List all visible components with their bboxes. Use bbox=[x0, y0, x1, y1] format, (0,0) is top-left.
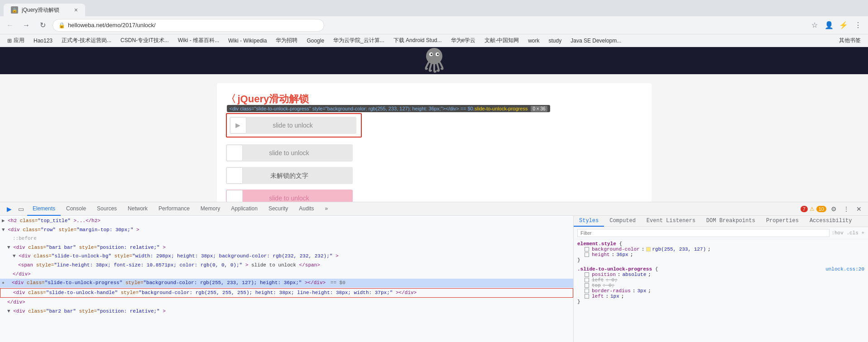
bookmark-13[interactable]: study bbox=[545, 37, 566, 45]
devtools-more-button[interactable]: ⋮ bbox=[841, 204, 852, 214]
slider-3-text: 未解锁的文字 bbox=[226, 167, 353, 184]
elem-line-h2[interactable]: ▶ <h2 class="top_title" >...</h2> bbox=[0, 217, 573, 226]
bookmark-4[interactable]: Wiki - 维基百科... bbox=[174, 36, 223, 45]
styles-tab-properties[interactable]: Properties bbox=[761, 216, 804, 227]
color-swatch[interactable] bbox=[646, 247, 651, 252]
bookmark-6[interactable]: 华为招聘 bbox=[272, 36, 301, 45]
bookmark-10[interactable]: 华为e学云 bbox=[447, 36, 480, 45]
prop-top-strikethrough: top : 0; bbox=[585, 283, 864, 288]
prop-checkbox[interactable] bbox=[585, 294, 589, 299]
elem-line-bar2[interactable]: ▼ <div class="bar2 bar" style="position:… bbox=[0, 307, 573, 316]
bookmark-star-icon[interactable]: ☆ bbox=[808, 19, 821, 32]
elem-line-close-bg[interactable]: </div> bbox=[0, 270, 573, 279]
styles-panel-tabs: Styles Computed Event Listeners DOM Brea… bbox=[574, 216, 868, 227]
browser-tab[interactable]: 🔒 jQuery滑动解锁 × bbox=[4, 4, 85, 16]
elem-line-close-bar1[interactable]: </div> bbox=[0, 298, 573, 307]
styles-tab-accessibility[interactable]: Accessibility bbox=[804, 216, 858, 227]
styles-tab-computed[interactable]: Computed bbox=[604, 216, 641, 227]
devtools-tab-sources[interactable]: Sources bbox=[91, 202, 122, 216]
address-bar[interactable]: 🔒 helloweba.net/demo/2017/unlock/ bbox=[53, 19, 324, 32]
bookmark-other[interactable]: 其他书签 bbox=[835, 36, 864, 45]
devtools-tab-elements[interactable]: Elements bbox=[27, 202, 61, 216]
devtools-tabs: Elements Console Sources Network Perform… bbox=[27, 202, 333, 216]
inspect-element-button[interactable]: ▶ bbox=[4, 204, 14, 214]
bookmark-8[interactable]: 华为云学院_云计算... bbox=[330, 36, 388, 45]
tab-favicon: 🔒 bbox=[11, 6, 18, 14]
expand-icon[interactable]: ▼ bbox=[2, 227, 5, 233]
expand-icon[interactable]: ▼ bbox=[7, 245, 10, 250]
elements-content[interactable]: ▶ <h2 class="top_title" >...</h2> ▼ <div… bbox=[0, 216, 573, 342]
prop-checkbox[interactable] bbox=[585, 278, 589, 282]
bookmark-5[interactable]: Wiki - Wikipedia bbox=[225, 37, 270, 45]
bookmark-9[interactable]: 下载 Android Stud... bbox=[390, 36, 446, 45]
reload-button[interactable]: ↻ bbox=[36, 19, 49, 32]
site-header bbox=[0, 47, 868, 74]
bookmark-12[interactable]: work bbox=[524, 37, 543, 45]
devtools-close-button[interactable]: ✕ bbox=[854, 204, 864, 214]
styles-tab-dom-breakpoints[interactable]: DOM Breakpoints bbox=[701, 216, 761, 227]
devtools-settings-button[interactable]: ⚙ bbox=[828, 204, 839, 214]
page-title: 〈jQuery滑动解锁 bbox=[226, 92, 643, 106]
filter-hint: :hov .cls + bbox=[831, 230, 864, 236]
error-badge: 7 bbox=[801, 206, 808, 212]
svg-point-4 bbox=[437, 53, 439, 55]
prop-checkbox[interactable] bbox=[585, 289, 589, 293]
bookmark-hao123[interactable]: Hao123 bbox=[30, 37, 56, 45]
profile-icon[interactable]: 👤 bbox=[823, 19, 835, 32]
devtools-tab-more[interactable]: » bbox=[320, 202, 334, 216]
svg-point-3 bbox=[431, 53, 432, 55]
bookmark-3[interactable]: CSDN-专业IT技术... bbox=[117, 36, 173, 45]
lock-icon: 🔒 bbox=[58, 22, 65, 28]
devtools-tab-memory[interactable]: Memory bbox=[195, 202, 225, 216]
elements-panel: ▶ <h2 class="top_title" >...</h2> ▼ <div… bbox=[0, 216, 574, 342]
elem-line-div-row[interactable]: ▼ <div class="row" style="margin-top: 30… bbox=[0, 226, 573, 235]
prop-checkbox[interactable] bbox=[585, 247, 589, 252]
elem-line-bar1[interactable]: ▼ <div class="bar1 bar" style="position:… bbox=[0, 243, 573, 252]
expand-icon[interactable]: ▼ bbox=[7, 309, 10, 314]
slider-4-handle[interactable] bbox=[226, 190, 243, 202]
slider-2[interactable]: slide to unlock bbox=[226, 144, 353, 162]
filter-input[interactable] bbox=[577, 229, 830, 237]
expand-icon[interactable]: ▼ bbox=[13, 253, 16, 259]
devtools-tab-console[interactable]: Console bbox=[61, 202, 91, 216]
devtools-tab-audits[interactable]: Audits bbox=[293, 202, 319, 216]
device-toggle-button[interactable]: ▭ bbox=[15, 204, 26, 214]
expand-icon[interactable]: ▶ bbox=[2, 218, 5, 223]
extensions-icon[interactable]: ⚡ bbox=[837, 19, 850, 32]
devtools-tab-security[interactable]: Security bbox=[263, 202, 293, 216]
elem-line-span[interactable]: <span style="line-height: 38px; font-siz… bbox=[0, 261, 573, 270]
dot-marker: ● bbox=[2, 280, 5, 287]
more-icon[interactable]: ⋮ bbox=[852, 19, 864, 32]
slider-3[interactable]: 未解锁的文字 bbox=[226, 167, 353, 184]
devtools-tab-network[interactable]: Network bbox=[122, 202, 153, 216]
prop-checkbox[interactable] bbox=[585, 283, 589, 288]
styles-tab-event-listeners[interactable]: Event Listeners bbox=[641, 216, 701, 227]
style-prop-height: height : 36px ; bbox=[585, 252, 864, 257]
website: 〈jQuery滑动解锁 <div class="slide-to-unlock-… bbox=[0, 47, 868, 202]
slider-1[interactable]: ► slide to unlock bbox=[230, 117, 356, 134]
devtools-tab-application[interactable]: Application bbox=[225, 202, 263, 216]
bookmark-7[interactable]: Google bbox=[303, 37, 328, 45]
bookmark-apps[interactable]: ⊞ 应用 bbox=[4, 36, 28, 45]
forward-button[interactable]: → bbox=[20, 19, 33, 32]
bookmark-11[interactable]: 文献-中国知网 bbox=[481, 36, 523, 45]
elem-line-before[interactable]: ::before bbox=[0, 234, 573, 243]
bookmark-2[interactable]: 正式考-技术运营岗... bbox=[58, 36, 115, 45]
elem-line-progress[interactable]: ● <div class="slide-to-unlock-progress" … bbox=[0, 279, 573, 288]
prop-checkbox[interactable] bbox=[585, 252, 589, 257]
tab-close-button[interactable]: × bbox=[74, 6, 78, 14]
devtools-tab-performance[interactable]: Performance bbox=[153, 202, 195, 216]
bookmark-14[interactable]: Java SE Developm... bbox=[567, 37, 625, 45]
prop-left-strikethrough: left : 0; bbox=[585, 277, 864, 283]
back-button[interactable]: ← bbox=[4, 19, 16, 32]
slider-3-handle[interactable] bbox=[226, 167, 243, 184]
styles-tab-styles[interactable]: Styles bbox=[574, 216, 604, 227]
slider-4[interactable]: slide to unlock bbox=[226, 190, 353, 202]
elem-line-handle[interactable]: <div class="slide-to-unlock-handle" styl… bbox=[0, 288, 573, 298]
prop-checkbox[interactable] bbox=[585, 272, 589, 277]
style-source[interactable]: unlock.css:20 bbox=[825, 266, 864, 272]
slider-2-handle[interactable] bbox=[226, 145, 243, 161]
elem-line-unlock-bg[interactable]: ▼ <div class="slide-to-unlock-bg" style=… bbox=[0, 252, 573, 261]
slider-1-handle[interactable]: ► bbox=[230, 117, 246, 133]
title-arrow: 〈 bbox=[226, 93, 236, 104]
